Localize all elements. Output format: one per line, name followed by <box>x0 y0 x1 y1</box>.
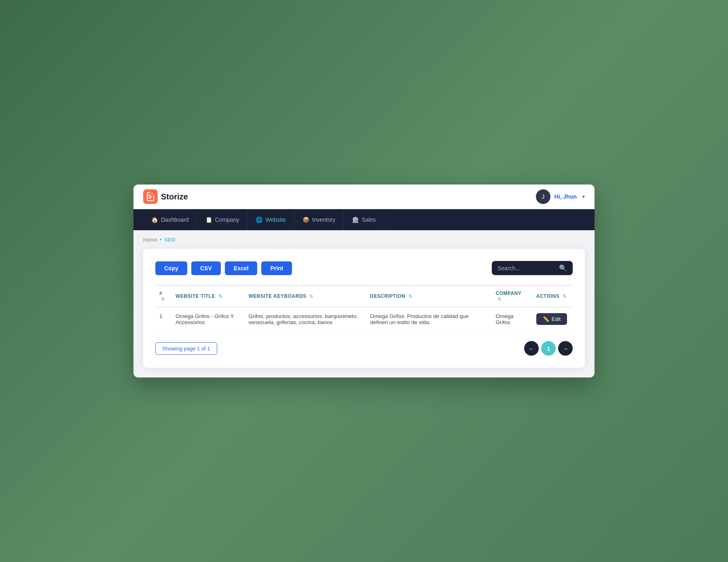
nav-label-sales: Sales <box>362 216 376 223</box>
excel-button[interactable]: Excel <box>225 261 258 275</box>
col-header-actions[interactable]: ACTIONS ⇅ <box>532 285 573 307</box>
edit-button[interactable]: ✏️ Edit <box>536 313 567 325</box>
sort-icon-desc: ⇅ <box>408 294 413 299</box>
prev-page-button[interactable]: ← <box>524 341 539 356</box>
user-greeting: Hi, Jhon <box>554 193 577 200</box>
logo-icon <box>143 189 158 204</box>
col-header-desc[interactable]: DESCRIPTION ⇅ <box>366 285 492 307</box>
next-page-button[interactable]: → <box>558 341 573 356</box>
search-icon: 🔍 <box>559 264 567 272</box>
col-header-num[interactable]: # ⇅ <box>155 285 171 307</box>
logo-area: Storize <box>143 189 188 204</box>
csv-button[interactable]: CSV <box>191 261 221 275</box>
table-row: 1 Omega Grifos - Grifos Y Accessorios Gr… <box>155 307 573 331</box>
print-button[interactable]: Print <box>261 261 292 275</box>
home-icon: 🏠 <box>151 216 158 223</box>
nav-item-dashboard[interactable]: 🏠 Dashboard <box>143 209 197 230</box>
edit-icon: ✏️ <box>543 316 549 322</box>
nav-bar: 🏠 Dashboard 📋 Company 🌐 Website 📦 Invent… <box>133 209 595 230</box>
nav-item-inventory[interactable]: 📦 Inventory <box>294 209 344 230</box>
search-input[interactable] <box>497 265 556 271</box>
next-icon: → <box>563 345 569 352</box>
seo-table: # ⇅ WEBSITE TITLE ⇅ WEBSITE KEYBOARDS ⇅ … <box>155 285 573 331</box>
page-1-button[interactable]: 1 <box>541 341 556 356</box>
cell-title: Omega Grifos - Grifos Y Accessorios <box>171 307 244 331</box>
col-header-title[interactable]: WEBSITE TITLE ⇅ <box>171 285 244 307</box>
sort-icon-company: ⇅ <box>497 297 502 301</box>
inventory-icon: 📦 <box>303 216 309 223</box>
pagination-area: Showing page 1 of 1 ← 1 → <box>155 341 573 356</box>
prev-icon: ← <box>529 345 535 352</box>
showing-label: Showing page 1 of 1 <box>155 342 217 355</box>
nav-item-website[interactable]: 🌐 Website <box>248 209 294 230</box>
breadcrumb-sep: • <box>160 236 162 243</box>
app-logo-text: Storize <box>161 192 188 201</box>
cell-desc: Omega Grifos. Productos de calidad que d… <box>366 307 492 331</box>
nav-label-website: Website <box>265 216 286 223</box>
toolbar-left: Copy CSV Excel Print <box>155 261 292 275</box>
chevron-down-icon[interactable]: ▾ <box>582 194 585 199</box>
sort-icon-keywords: ⇅ <box>309 294 313 299</box>
table-header-row: # ⇅ WEBSITE TITLE ⇅ WEBSITE KEYBOARDS ⇅ … <box>155 285 573 307</box>
nav-item-company[interactable]: 📋 Company <box>197 209 248 230</box>
user-area: J Hi, Jhon ▾ <box>536 189 585 204</box>
sort-icon-actions: ⇅ <box>563 294 567 299</box>
nav-label-company: Company <box>215 216 239 223</box>
cell-company: Omega Grifos <box>492 307 532 331</box>
avatar: J <box>536 189 550 204</box>
col-header-company[interactable]: COMPANY ⇅ <box>492 285 532 307</box>
cell-num: 1 <box>155 307 171 331</box>
main-card: Copy CSV Excel Print 🔍 # ⇅ WEBSITE T <box>143 249 585 368</box>
company-icon: 📋 <box>205 216 212 223</box>
cell-keywords: Grifos, productos, accessorios, barquisi… <box>244 307 366 331</box>
globe-icon: 🌐 <box>256 216 262 223</box>
breadcrumb-home[interactable]: Home <box>143 237 157 243</box>
pagination-controls: ← 1 → <box>524 341 573 356</box>
sort-icon-title: ⇅ <box>218 294 222 299</box>
col-header-keywords[interactable]: WEBSITE KEYBOARDS ⇅ <box>244 285 366 307</box>
search-box: 🔍 <box>492 261 573 275</box>
nav-item-sales[interactable]: 🏛️ Sales <box>344 209 384 230</box>
top-bar: Storize J Hi, Jhon ▾ <box>133 185 595 209</box>
toolbar: Copy CSV Excel Print 🔍 <box>155 261 573 275</box>
nav-label-dashboard: Dashboard <box>161 216 189 223</box>
cell-actions: ✏️ Edit <box>532 307 573 331</box>
breadcrumb-current: SEO <box>164 237 175 243</box>
sort-icon-num: ⇅ <box>161 297 165 301</box>
nav-label-inventory: Inventory <box>312 216 336 223</box>
breadcrumb: Home • SEO <box>133 230 595 249</box>
copy-button[interactable]: Copy <box>155 261 187 275</box>
sales-icon: 🏛️ <box>352 216 359 223</box>
